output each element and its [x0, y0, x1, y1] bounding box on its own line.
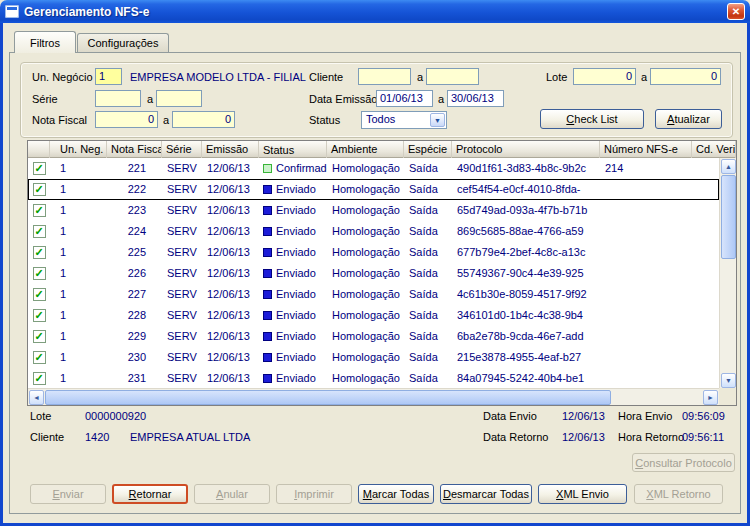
column-header[interactable]: Nota Fiscal: [107, 141, 162, 158]
anular-button[interactable]: Anular: [194, 484, 270, 504]
status-enviado-icon: [263, 227, 272, 236]
column-header[interactable]: Un. Neg.: [50, 141, 107, 158]
row-checkbox[interactable]: ✓: [33, 204, 46, 217]
column-header[interactable]: Número NFS-e: [600, 141, 692, 158]
status-text: Enviado: [276, 347, 316, 368]
un-negocio-field[interactable]: 1: [95, 68, 122, 85]
imprimir-label: Imprimir: [294, 488, 334, 500]
column-header[interactable]: Emissão: [202, 141, 259, 158]
column-header[interactable]: Protocolo: [452, 141, 600, 158]
table-row[interactable]: ✓1227SERV12/06/13EnviadoHomologaçãoSaída…: [28, 284, 719, 305]
cell-especie: Saída: [404, 305, 452, 326]
row-checkbox[interactable]: ✓: [33, 267, 46, 280]
cell-status: Enviado: [259, 221, 327, 242]
row-checkbox[interactable]: ✓: [33, 330, 46, 343]
row-checkbox[interactable]: ✓: [33, 162, 46, 175]
status-text: Enviado: [276, 179, 316, 200]
column-header[interactable]: Ambiente: [327, 141, 404, 158]
xml-envio-button[interactable]: XML Envio: [538, 484, 627, 504]
cell-ambiente: Homologação: [327, 158, 404, 179]
cell-numero_nfse: [600, 347, 692, 368]
retornar-button[interactable]: Retornar: [112, 484, 188, 504]
status-enviado-icon: [263, 332, 272, 341]
check-list-button[interactable]: Check List: [540, 109, 644, 129]
atualizar-button[interactable]: Atualizar: [655, 109, 722, 129]
column-header[interactable]: [28, 141, 50, 158]
row-checkbox[interactable]: ✓: [33, 225, 46, 238]
status-enviado-icon: [263, 185, 272, 194]
column-header[interactable]: Série: [162, 141, 202, 158]
desmarcar-todas-button[interactable]: Desmarcar Todas: [440, 484, 532, 504]
column-header[interactable]: Status: [259, 141, 327, 158]
cell-especie: Saída: [404, 200, 452, 221]
table-row[interactable]: ✓1225SERV12/06/13EnviadoHomologaçãoSaída…: [28, 242, 719, 263]
status-text: Enviado: [276, 368, 316, 389]
cliente-to-field[interactable]: [426, 68, 479, 85]
cell-nota_fiscal: 227: [107, 284, 162, 305]
un-negocio-label: Un. Negócio: [32, 71, 93, 83]
nfse-table: Un. Neg.Nota FiscalSérieEmissãoStatusAmb…: [27, 140, 737, 406]
data-emissao-to-field[interactable]: 30/06/13: [447, 90, 504, 107]
scroll-right-icon[interactable]: ►: [703, 390, 718, 405]
tab-configuracoes[interactable]: Configurações: [77, 33, 169, 52]
vertical-scrollbar[interactable]: ▲ ▼: [719, 158, 736, 389]
lote-to-field[interactable]: 0: [650, 68, 721, 85]
xml-retorno-button[interactable]: XML Retorno: [634, 484, 723, 504]
window-title: Gerenciamento NFS-e: [24, 5, 149, 19]
table-row[interactable]: ✓1229SERV12/06/13EnviadoHomologaçãoSaída…: [28, 326, 719, 347]
cliente-from-field[interactable]: [358, 68, 411, 85]
data-emissao-label: Data Emissão: [309, 93, 377, 105]
scrollbar-corner: [719, 388, 736, 405]
table-row[interactable]: ✓1230SERV12/06/13EnviadoHomologaçãoSaída…: [28, 347, 719, 368]
row-checkbox[interactable]: ✓: [33, 246, 46, 259]
lote-from-field[interactable]: 0: [573, 68, 636, 85]
tab-filtros[interactable]: Filtros: [14, 31, 76, 53]
cell-nota_fiscal: 223: [107, 200, 162, 221]
horizontal-scrollbar-thumb[interactable]: [45, 390, 611, 405]
row-checkbox[interactable]: ✓: [33, 288, 46, 301]
cell-un_neg: 1: [50, 326, 107, 347]
table-row[interactable]: ✓1221SERV12/06/13ConfirmadoHomologaçãoSa…: [28, 158, 719, 179]
column-header[interactable]: Cd. Verificação: [692, 141, 736, 158]
scroll-down-icon[interactable]: ▼: [721, 373, 736, 388]
cell-protocolo: 6ba2e78b-9cda-46e7-add: [452, 326, 600, 347]
table-row[interactable]: ✓1222SERV12/06/13EnviadoHomologaçãoSaída…: [28, 179, 719, 200]
consultar-protocolo-button[interactable]: Consultar Protocolo: [632, 453, 735, 472]
table-row[interactable]: ✓1231SERV12/06/13EnviadoHomologaçãoSaída…: [28, 368, 719, 389]
nota-fiscal-to-field[interactable]: 0: [172, 111, 235, 128]
data-emissao-from-field[interactable]: 01/06/13: [376, 90, 433, 107]
serie-from-field[interactable]: [95, 90, 141, 107]
lote-label: Lote: [546, 71, 567, 83]
row-checkbox[interactable]: ✓: [33, 309, 46, 322]
row-checkbox[interactable]: ✓: [33, 372, 46, 385]
chevron-down-icon[interactable]: ▼: [430, 113, 445, 127]
marcar-todas-button[interactable]: Marcar Todas: [358, 484, 434, 504]
cell-cd-verificacao: [692, 326, 719, 347]
status-text: Enviado: [276, 284, 316, 305]
cell-protocolo: 55749367-90c4-4e39-925: [452, 263, 600, 284]
table-row[interactable]: ✓1223SERV12/06/13EnviadoHomologaçãoSaída…: [28, 200, 719, 221]
vertical-scrollbar-thumb[interactable]: [721, 175, 736, 259]
enviar-button[interactable]: Enviar: [30, 484, 106, 504]
scroll-left-icon[interactable]: ◄: [29, 390, 44, 405]
scroll-up-icon[interactable]: ▲: [721, 159, 736, 174]
cell-ambiente: Homologação: [327, 347, 404, 368]
serie-to-field[interactable]: [156, 90, 202, 107]
horizontal-scrollbar[interactable]: ◄ ►: [28, 388, 719, 405]
atualizar-label: Atualizar: [667, 113, 710, 125]
cell-emissao: 12/06/13: [202, 347, 259, 368]
nota-fiscal-label: Nota Fiscal: [32, 114, 87, 126]
column-header[interactable]: Espécie: [404, 141, 452, 158]
table-row[interactable]: ✓1228SERV12/06/13EnviadoHomologaçãoSaída…: [28, 305, 719, 326]
summary-cliente-name: EMPRESA ATUAL LTDA: [130, 431, 250, 443]
status-dropdown[interactable]: Todos ▼: [361, 111, 447, 129]
cell-serie: SERV: [162, 179, 202, 200]
table-row[interactable]: ✓1224SERV12/06/13EnviadoHomologaçãoSaída…: [28, 221, 719, 242]
table-row[interactable]: ✓1226SERV12/06/13EnviadoHomologaçãoSaída…: [28, 263, 719, 284]
nota-fiscal-from-field[interactable]: 0: [95, 111, 158, 128]
row-checkbox[interactable]: ✓: [33, 183, 46, 196]
data-envio-value: 12/06/13: [562, 410, 605, 422]
close-button[interactable]: ✕: [727, 3, 745, 20]
imprimir-button[interactable]: Imprimir: [276, 484, 352, 504]
row-checkbox[interactable]: ✓: [33, 351, 46, 364]
